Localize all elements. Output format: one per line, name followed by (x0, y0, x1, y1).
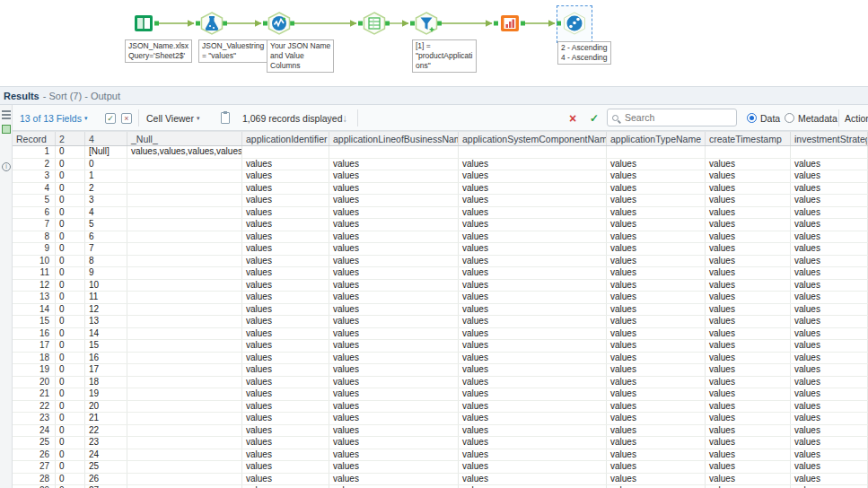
table-cell[interactable]: 12 (13, 280, 56, 292)
table-cell[interactable]: values (242, 377, 329, 388)
table-cell[interactable]: values (329, 328, 459, 340)
table-cell[interactable]: values (791, 183, 868, 195)
table-cell[interactable]: 2 (13, 159, 56, 170)
table-cell[interactable]: values (607, 461, 706, 473)
table-cell[interactable]: values (607, 267, 706, 279)
table-row[interactable]: 10[Null]values,values,values,values (13, 146, 868, 159)
table-cell[interactable]: 9 (85, 267, 127, 279)
table-row[interactable]: 23021valuesvaluesvaluesvaluesvaluesvalue… (13, 413, 868, 425)
table-cell[interactable] (127, 304, 242, 316)
table-cell[interactable]: values (607, 292, 706, 303)
table-cell[interactable]: values (459, 425, 607, 437)
table-cell[interactable] (791, 146, 868, 158)
table-cell[interactable] (127, 280, 242, 292)
table-cell[interactable]: 4 (85, 207, 127, 219)
filter-tool[interactable] (414, 11, 439, 36)
table-cell[interactable]: 0 (56, 340, 85, 352)
table-cell[interactable]: 0 (56, 353, 85, 364)
table-cell[interactable]: values (706, 159, 791, 170)
table-cell[interactable]: values (706, 316, 791, 327)
table-cell[interactable]: [Null] (85, 146, 127, 158)
table-row[interactable]: 27025valuesvaluesvaluesvaluesvaluesvalue… (13, 461, 868, 474)
table-cell[interactable]: values (242, 292, 329, 303)
table-cell[interactable]: values (607, 195, 706, 206)
table-cell[interactable]: 2 (85, 183, 127, 195)
table-cell[interactable]: values (706, 401, 791, 413)
table-cell[interactable] (127, 183, 242, 195)
table-cell[interactable]: values (607, 449, 706, 461)
table-cell[interactable]: values (329, 340, 459, 352)
table-cell[interactable]: values (791, 340, 868, 352)
table-cell[interactable]: values (242, 449, 329, 461)
table-cell[interactable]: 25 (13, 437, 56, 449)
table-cell[interactable]: 10 (13, 256, 56, 267)
table-cell[interactable]: values (706, 243, 791, 255)
table-row[interactable]: 503valuesvaluesvaluesvaluesvaluesvalues (13, 195, 868, 207)
table-cell[interactable] (127, 425, 242, 437)
table-cell[interactable]: values (607, 159, 706, 170)
table-cell[interactable]: values (459, 437, 607, 449)
table-cell[interactable]: 9 (13, 243, 56, 255)
table-cell[interactable]: values (706, 474, 791, 485)
table-cell[interactable]: values (329, 170, 459, 182)
table-row[interactable]: 25023valuesvaluesvaluesvaluesvaluesvalue… (13, 437, 868, 449)
table-cell[interactable]: values (706, 256, 791, 267)
table-cell[interactable]: 5 (85, 219, 127, 231)
table-cell[interactable]: values (791, 401, 868, 413)
check-fields-button[interactable]: ✓ (105, 105, 116, 131)
table-cell[interactable] (127, 159, 242, 170)
table-cell[interactable]: values (706, 292, 791, 303)
table-cell[interactable]: values (459, 316, 607, 327)
table-cell[interactable] (459, 146, 607, 158)
table-cell[interactable]: values (706, 353, 791, 364)
table-cell[interactable]: values (706, 340, 791, 352)
table-cell[interactable]: values (791, 353, 868, 364)
table-cell[interactable]: 8 (13, 231, 56, 243)
record-id-tool[interactable] (497, 11, 522, 36)
table-cell[interactable]: values (706, 183, 791, 195)
column-header[interactable]: _Null_ (127, 132, 242, 145)
table-cell[interactable]: values (329, 195, 459, 206)
table-cell[interactable]: values (607, 280, 706, 292)
column-header[interactable]: investmentStrategyNam (791, 132, 868, 145)
table-cell[interactable]: values (242, 267, 329, 279)
table-cell[interactable] (127, 364, 242, 376)
table-cell[interactable]: values (329, 401, 459, 413)
table-cell[interactable]: 17 (85, 364, 127, 376)
table-cell[interactable]: values (607, 207, 706, 219)
table-cell[interactable] (127, 413, 242, 424)
table-cell[interactable]: values (706, 280, 791, 292)
table-cell[interactable]: values (706, 328, 791, 340)
table-cell[interactable]: 12 (85, 304, 127, 316)
cell-viewer-dropdown[interactable]: Cell Viewer ▾ (146, 105, 199, 131)
table-cell[interactable]: 0 (56, 364, 85, 376)
table-cell[interactable]: 24 (13, 425, 56, 437)
table-cell[interactable]: 16 (13, 328, 56, 340)
table-cell[interactable]: values (791, 267, 868, 279)
table-cell[interactable]: 0 (56, 170, 85, 182)
column-header[interactable]: Record (13, 132, 56, 145)
table-cell[interactable]: 1 (85, 170, 127, 182)
table-cell[interactable]: 0 (56, 461, 85, 473)
table-cell[interactable]: values (791, 292, 868, 303)
table-cell[interactable]: values (791, 280, 868, 292)
scroll-down-button[interactable]: ↓ (339, 105, 350, 131)
table-cell[interactable]: 3 (85, 195, 127, 206)
table-cell[interactable]: values (329, 256, 459, 267)
table-cell[interactable]: 0 (56, 413, 85, 424)
table-cell[interactable]: values (607, 413, 706, 424)
table-cell[interactable]: 25 (85, 461, 127, 473)
table-cell[interactable]: 23 (85, 437, 127, 449)
table-cell[interactable]: values (242, 256, 329, 267)
table-cell[interactable]: values (459, 304, 607, 316)
input-data-tool[interactable] (131, 11, 156, 36)
table-cell[interactable]: values (329, 207, 459, 219)
table-cell[interactable]: values (791, 304, 868, 316)
radio-metadata[interactable]: Metadata (785, 105, 837, 131)
table-cell[interactable]: 0 (56, 425, 85, 437)
table-row[interactable]: 907valuesvaluesvaluesvaluesvaluesvalues (13, 243, 868, 256)
table-cell[interactable]: values (242, 413, 329, 424)
table-cell[interactable]: values (459, 159, 607, 170)
table-cell[interactable]: values (791, 170, 868, 182)
table-row[interactable]: 26024valuesvaluesvaluesvaluesvaluesvalue… (13, 449, 868, 462)
